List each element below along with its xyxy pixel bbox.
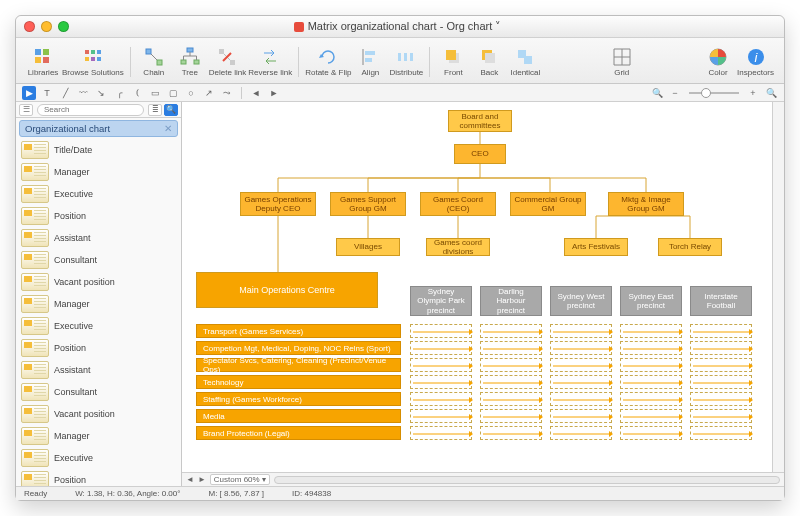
matrix-cell[interactable] [480,426,542,440]
arrow-tool[interactable]: ↗ [202,86,216,100]
zoom-in-button[interactable]: 🔍 [764,86,778,100]
matrix-cell[interactable] [550,341,612,355]
matrix-row-header[interactable]: Staffing (Games Workforce) [196,392,401,406]
library-item[interactable]: Position [16,337,181,359]
node-l2-3[interactable]: Commercial Group GM [510,192,586,216]
align-button[interactable]: Align [353,46,387,77]
zoom-select[interactable]: Custom 60% ▾ [210,474,270,485]
matrix-cell[interactable] [410,392,472,406]
circle-tool[interactable]: ○ [184,86,198,100]
library-item[interactable]: Assistant [16,359,181,381]
front-button[interactable]: Front [436,46,470,77]
reverse-link-button[interactable]: Reverse link [248,46,292,77]
polyline-tool[interactable]: ⦅ [130,86,144,100]
matrix-cell[interactable] [480,324,542,338]
matrix-row-header[interactable]: Media [196,409,401,423]
tree-button[interactable]: Tree [173,46,207,77]
library-item[interactable]: Executive [16,183,181,205]
matrix-row-header[interactable]: Spectator Svcs, Catering, Cleaning (Prec… [196,358,401,372]
line-tool[interactable]: ╱ [58,86,72,100]
library-item[interactable]: Manager [16,161,181,183]
node-l3-3[interactable]: Torch Relay [658,238,722,256]
matrix-cell[interactable] [620,392,682,406]
libraries-button[interactable]: Libraries [26,46,60,77]
node-l3-0[interactable]: Villages [336,238,400,256]
matrix-row-header[interactable]: Brand Protection (Legal) [196,426,401,440]
matrix-row-header[interactable]: Competion Mgt, Medical, Doping, NOC Reln… [196,341,401,355]
matrix-cell[interactable] [550,324,612,338]
matrix-cell[interactable] [480,409,542,423]
sidebar-search-icon[interactable]: 🔍 [164,104,178,116]
delete-link-button[interactable]: Delete link [209,46,246,77]
library-item[interactable]: Vacant position [16,271,181,293]
library-item[interactable]: Position [16,469,181,486]
sidebar-list-icon[interactable]: ≣ [148,104,162,116]
matrix-cell[interactable] [480,341,542,355]
canvas[interactable]: Board and committees CEO Games Operation… [182,102,772,472]
matrix-cell[interactable] [410,409,472,423]
page-prev-icon[interactable]: ◄ [186,475,194,484]
library-category[interactable]: Organizational chart ✕ [19,120,178,137]
node-l2-1[interactable]: Games Support Group GM [330,192,406,216]
precinct-header[interactable]: Darling Harbour precinct [480,286,542,316]
roundrect-tool[interactable]: ▢ [166,86,180,100]
matrix-cell[interactable] [620,324,682,338]
zoom-plus[interactable]: + [746,86,760,100]
library-item[interactable]: Title/Date [16,139,181,161]
library-item[interactable]: Consultant [16,249,181,271]
matrix-cell[interactable] [620,375,682,389]
matrix-cell[interactable] [410,358,472,372]
sidebar-menu-icon[interactable]: ☰ [19,104,33,116]
page-next[interactable]: ► [267,86,281,100]
node-l2-0[interactable]: Games Operations Deputy CEO [240,192,316,216]
page-next-icon[interactable]: ► [198,475,206,484]
matrix-cell[interactable] [410,341,472,355]
browse-solutions-button[interactable]: Browse Solutions [62,46,124,77]
rotate-flip-button[interactable]: Rotate & Flip [305,46,351,77]
matrix-cell[interactable] [690,392,752,406]
matrix-cell[interactable] [620,409,682,423]
rect-tool[interactable]: ▭ [148,86,162,100]
matrix-cell[interactable] [690,409,752,423]
identical-button[interactable]: Identical [508,46,542,77]
matrix-cell[interactable] [480,358,542,372]
matrix-cell[interactable] [480,375,542,389]
library-item[interactable]: Position [16,205,181,227]
matrix-cell[interactable] [480,392,542,406]
arc-tool[interactable]: ╭ [112,86,126,100]
color-button[interactable]: Color [701,46,735,77]
matrix-cell[interactable] [550,358,612,372]
matrix-cell[interactable] [410,324,472,338]
precinct-header[interactable]: Sydney West precinct [550,286,612,316]
matrix-cell[interactable] [550,392,612,406]
zoom-slider[interactable] [689,92,739,94]
matrix-cell[interactable] [690,358,752,372]
library-item[interactable]: Assistant [16,227,181,249]
matrix-cell[interactable] [410,426,472,440]
matrix-cell[interactable] [550,409,612,423]
node-l2-2[interactable]: Games Coord (CEO) [420,192,496,216]
chain-button[interactable]: Chain [137,46,171,77]
matrix-row-header[interactable]: Technology [196,375,401,389]
matrix-cell[interactable] [690,324,752,338]
matrix-cell[interactable] [690,341,752,355]
back-button[interactable]: Back [472,46,506,77]
connector-tool[interactable]: ↘ [94,86,108,100]
node-main-ops[interactable]: Main Operations Centre [196,272,378,308]
matrix-cell[interactable] [620,341,682,355]
matrix-cell[interactable] [620,358,682,372]
matrix-cell[interactable] [550,375,612,389]
inspectors-button[interactable]: i Inspectors [737,46,774,77]
library-item[interactable]: Manager [16,425,181,447]
library-item[interactable]: Vacant position [16,403,181,425]
node-l3-1[interactable]: Games coord divisions [426,238,490,256]
matrix-cell[interactable] [690,426,752,440]
precinct-header[interactable]: Interstate Football [690,286,752,316]
matrix-cell[interactable] [410,375,472,389]
page-prev[interactable]: ◄ [249,86,263,100]
precinct-header[interactable]: Sydney Olympic Park precinct [410,286,472,316]
grid-button[interactable]: Grid [605,46,639,77]
search-input[interactable] [37,104,144,116]
node-ceo[interactable]: CEO [454,144,506,164]
minimize-window-button[interactable] [41,21,52,32]
